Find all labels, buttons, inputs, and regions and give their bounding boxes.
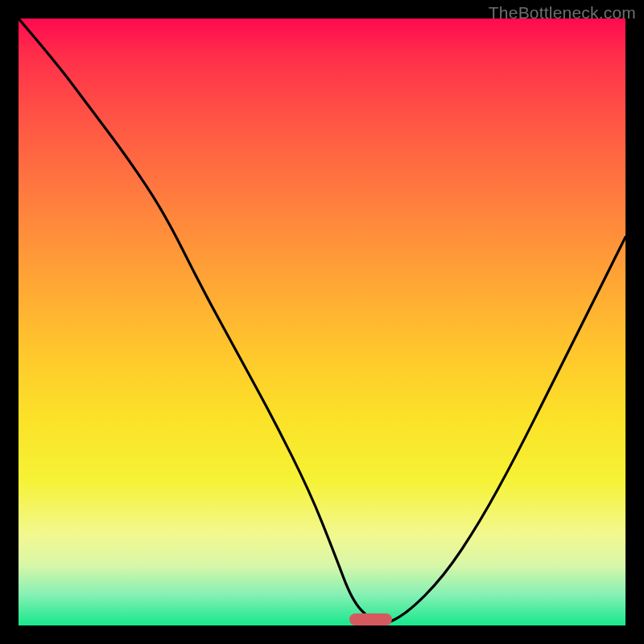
plot-area (19, 19, 625, 625)
bottleneck-curve (19, 19, 625, 625)
watermark-text: TheBottleneck.com (489, 3, 636, 23)
optimal-marker (349, 613, 392, 625)
chart-frame: TheBottleneck.com (0, 0, 644, 644)
